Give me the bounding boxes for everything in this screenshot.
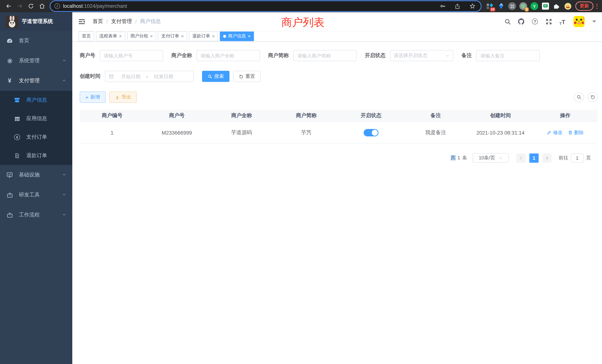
goto-page-input[interactable] [571,153,583,162]
refresh-icon [590,95,595,100]
extension-pin-icon[interactable] [497,2,505,10]
close-icon[interactable]: × [212,33,215,39]
sidebar-item-system[interactable]: 系统管理 [0,51,72,71]
chevron-down-icon [498,156,503,160]
filter-label-merchant-no: 商户号 [80,52,95,59]
bookmark-star-icon[interactable] [468,2,477,11]
tab-payment-orders[interactable]: 支付订单× [158,31,187,41]
create-time-range-picker[interactable]: - [105,71,194,82]
user-avatar[interactable] [573,16,585,27]
sidebar-item-merchant-info[interactable]: 商户信息 [0,91,72,109]
sidebar-item-refund-orders[interactable]: 退款订单 [0,146,72,165]
next-page-button[interactable] [542,153,552,162]
page-size-select[interactable]: 10条/页 [473,153,509,163]
edit-link[interactable]: 修改 [547,129,562,136]
merchant-no-input[interactable] [100,50,163,61]
search-button[interactable]: 搜索 [202,71,229,82]
short-name-input[interactable] [293,50,357,61]
tab-user-group[interactable]: 用户分组× [127,31,156,41]
export-button[interactable]: 导出 [109,92,137,103]
current-page-button[interactable]: 1 [529,153,539,162]
monitor-icon [6,172,13,178]
header-search-icon[interactable] [503,17,512,26]
remark-input[interactable] [476,50,540,61]
help-icon[interactable]: ? [531,17,539,26]
end-date-input[interactable] [149,74,179,79]
tab-process-form[interactable]: 流程表单× [96,31,125,41]
breadcrumb-payment[interactable]: 支付管理 [111,18,132,25]
navbar: 首页 / 支付管理 / 商户信息 商户列表 ? [72,12,602,31]
extension-y-icon[interactable]: Y [530,2,538,10]
sidebar-item-dev-tools[interactable]: 研发工具 [0,185,72,205]
password-key-icon[interactable] [438,2,447,11]
back-button[interactable] [3,1,14,11]
col-merchant-id: 商户编号 [80,112,144,119]
cell-merchant-no: M233666999 [144,129,209,136]
extensions-cluster: 10 1 Y [486,2,572,10]
fullscreen-icon[interactable] [545,17,553,26]
reload-icon [28,3,34,9]
col-merchant-no: 商户号 [144,112,209,119]
trash-icon [568,130,572,135]
add-button[interactable]: + 新增 [80,92,106,103]
forward-button[interactable] [14,1,25,11]
font-size-icon[interactable]: TT [558,17,566,26]
site-info-icon[interactable]: i [54,3,60,9]
refresh-table-button[interactable] [588,92,598,102]
sidebar-logo[interactable]: 芋道管理系统 [0,12,72,31]
extensions-puzzle-icon[interactable] [553,2,560,10]
extension-emoji-icon[interactable] [564,2,572,10]
chevron-right-icon [545,156,549,160]
grid-icon [13,116,21,122]
extension-chat-icon[interactable] [542,2,549,10]
avatar-dropdown-caret-icon[interactable] [592,20,596,23]
sidebar-collapse-button[interactable] [78,18,85,25]
share-icon[interactable] [453,2,462,11]
forward-icon [17,3,23,9]
delete-link[interactable]: 删除 [568,129,584,136]
sidebar-item-label: 应用信息 [26,115,47,122]
extension-badge: 1 [525,7,529,11]
extension-recorder-icon[interactable]: 1 [519,2,527,10]
reload-button[interactable] [25,1,36,11]
sidebar-item-workflow[interactable]: 工作流程 [0,205,72,225]
full-name-input[interactable] [196,50,260,61]
browser-update-button[interactable]: 更新 [575,1,593,11]
close-icon[interactable]: × [119,33,122,39]
status-select[interactable]: 请选择开启状态 [390,50,453,61]
col-actions: 操作 [533,112,598,119]
cell-short-name: 芋艿 [274,129,339,136]
reset-button[interactable]: 重置 [233,71,261,82]
breadcrumb-home[interactable]: 首页 [93,18,103,25]
toggle-search-button[interactable] [574,92,584,102]
extension-blocks-icon[interactable]: 10 [486,2,494,10]
close-icon[interactable]: × [181,33,184,39]
col-status: 开启状态 [339,112,403,119]
prev-page-button[interactable] [516,153,526,162]
tab-refund-orders[interactable]: 退款订单× [189,31,218,41]
tab-merchant-info[interactable]: 商户信息× [220,31,254,41]
home-button[interactable] [36,1,47,11]
start-date-input[interactable] [116,74,146,79]
close-icon[interactable]: × [248,33,251,39]
table-header: 商户编号 商户号 商户全称 商户简称 开启状态 备注 创建时间 操作 [80,110,598,122]
sidebar-item-infrastructure[interactable]: 基础设施 [0,165,72,185]
extension-command-icon[interactable] [508,2,516,10]
sidebar-item-label: 首页 [19,37,29,44]
payment-submenu: 商户信息 应用信息 ¥ 支付订单 退款订单 [0,91,72,165]
sidebar-item-payment[interactable]: ¥ 支付管理 [0,71,72,91]
cell-create-time: 2021-10-23 08:31:14 [468,129,533,136]
tab-home[interactable]: 首页 [79,31,94,41]
browser-menu-icon[interactable] [596,3,598,9]
sidebar-item-label: 研发工具 [19,192,40,198]
url-bar[interactable]: i localhost:1024/pay/merchant [50,1,481,11]
github-icon[interactable] [517,17,525,26]
close-icon[interactable]: × [150,33,153,39]
sidebar-item-home[interactable]: 首页 [0,31,72,51]
sidebar-item-app-info[interactable]: 应用信息 [0,109,72,128]
status-toggle[interactable] [364,129,378,136]
dashboard-icon [6,37,13,44]
sidebar-item-payment-orders[interactable]: ¥ 支付订单 [0,128,72,146]
browser-toolbar: i localhost:1024/pay/merchant 10 [0,0,602,12]
sidebar-item-label: 工作流程 [19,212,40,218]
